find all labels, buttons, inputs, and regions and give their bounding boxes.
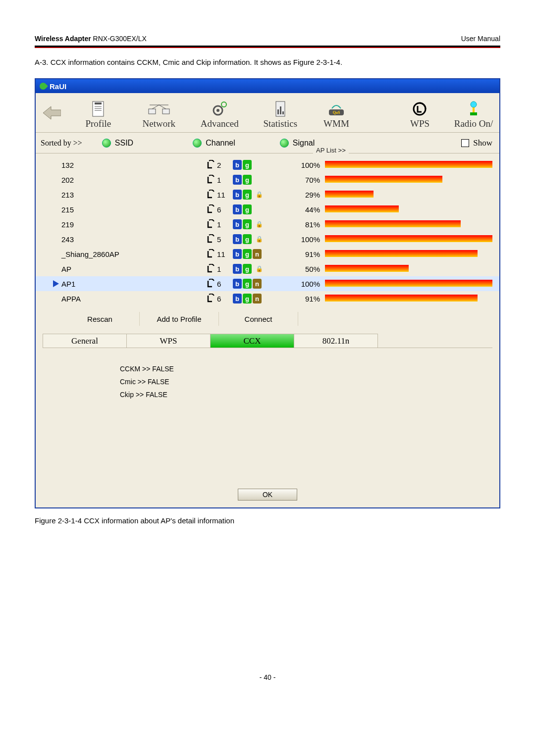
mode-badges: bg🔒 — [233, 219, 292, 229]
tab-wps[interactable]: WPS — [126, 334, 211, 348]
signal-cell: 81% — [292, 220, 325, 229]
back-arrow-icon — [43, 105, 61, 120]
signal-cell: 29% — [292, 191, 325, 199]
mode-badges: bg — [233, 175, 292, 185]
signal-bar — [325, 191, 492, 199]
tab-80211n[interactable]: 802.11n — [294, 334, 378, 348]
signal-cell: 70% — [292, 176, 325, 184]
ssid-cell: AP — [61, 265, 200, 273]
svg-marker-0 — [43, 106, 61, 119]
signal-cell: 100% — [292, 161, 325, 169]
section-description: A-3. CCX information contains CCKM, Cmic… — [35, 58, 500, 66]
mode-badges: bg🔒 — [233, 234, 292, 244]
main-toolbar: Profile Network Advanced Statistics — [36, 93, 499, 133]
channel-cell: 2 — [215, 161, 233, 169]
ok-row: OK — [36, 487, 499, 507]
channel-cell: 11 — [215, 191, 233, 199]
sort-row: Sorted by >> SSID Channel Signal Show AP… — [36, 133, 499, 153]
rescan-button[interactable]: Rescan — [60, 312, 140, 326]
mode-badges: bg — [233, 204, 292, 214]
toolbar-advanced[interactable]: Advanced — [189, 93, 250, 132]
channel-icon — [200, 175, 215, 185]
mode-badges: bgn — [233, 294, 292, 303]
svg-rect-6 — [149, 109, 156, 114]
signal-cell: 50% — [292, 265, 325, 273]
channel-icon — [200, 219, 215, 229]
cmic-value: Cmic >> FALSE — [120, 378, 499, 386]
ap-row[interactable]: 2435bg🔒100% — [36, 232, 499, 247]
ssid-cell: 243 — [61, 235, 200, 244]
svg-line-8 — [152, 105, 159, 109]
ap-row[interactable]: 2021bg70% — [36, 172, 499, 187]
channel-cell: 11 — [215, 250, 233, 258]
ssid-cell: 202 — [61, 176, 200, 184]
checkbox-icon — [461, 139, 469, 147]
ssid-cell: 132 — [61, 161, 200, 169]
ok-button[interactable]: OK — [238, 489, 297, 501]
signal-bar — [325, 235, 492, 243]
network-icon — [147, 100, 171, 118]
toolbar-wps[interactable]: WPS — [392, 93, 448, 132]
raui-window: RaUI Profile Network — [35, 78, 500, 508]
add-to-profile-button[interactable]: Add to Profile — [140, 312, 219, 326]
channel-icon — [200, 190, 215, 200]
back-button[interactable] — [36, 93, 68, 132]
profile-icon — [91, 100, 106, 118]
channel-icon — [200, 264, 215, 274]
lock-icon: 🔒 — [256, 221, 263, 228]
mode-badges: bgn — [233, 279, 292, 289]
channel-cell: 5 — [215, 235, 233, 244]
ssid-cell: 213 — [61, 191, 200, 199]
channel-cell: 6 — [215, 280, 233, 288]
ap-row[interactable]: AP1bg🔒50% — [36, 261, 499, 276]
signal-bar — [325, 265, 492, 273]
sort-channel[interactable]: Channel — [193, 139, 235, 148]
sort-ssid[interactable]: SSID — [102, 139, 133, 148]
svg-rect-16 — [280, 106, 281, 114]
doc-title: Wireless Adapter RNX-G300EX/LX — [35, 35, 147, 43]
channel-cell: 6 — [215, 295, 233, 303]
ssid-cell: 215 — [61, 205, 200, 214]
toolbar-profile[interactable]: Profile — [68, 93, 128, 132]
svg-rect-7 — [162, 109, 169, 114]
channel-cell: 6 — [215, 205, 233, 214]
action-buttons: Rescan Add to Profile Connect — [36, 309, 499, 331]
radio-icon — [193, 139, 202, 148]
ap-row[interactable]: 1322bg100% — [36, 157, 499, 172]
channel-icon — [200, 249, 215, 259]
toolbar-network[interactable]: Network — [129, 93, 189, 132]
channel-icon — [200, 204, 215, 214]
svg-rect-23 — [470, 112, 477, 115]
ssid-cell: AP1 — [61, 280, 200, 288]
ap-row[interactable]: APPA6bgn91% — [36, 291, 499, 306]
svg-rect-17 — [282, 111, 284, 114]
radio-icon — [280, 139, 289, 148]
channel-cell: 1 — [215, 220, 233, 229]
ap-row[interactable]: 21311bg🔒29% — [36, 187, 499, 202]
channel-icon — [200, 160, 215, 170]
red-rule — [35, 47, 500, 48]
page-number: - 40 - — [35, 673, 500, 681]
tab-ccx[interactable]: CCX — [210, 334, 294, 348]
signal-cell: 100% — [292, 280, 325, 288]
svg-rect-2 — [95, 102, 102, 104]
ap-row[interactable]: 2156bg44% — [36, 202, 499, 217]
show-checkbox[interactable]: Show — [461, 138, 492, 148]
toolbar-radio[interactable]: Radio On/ — [448, 93, 499, 132]
toolbar-wmm[interactable]: QoS WMM — [311, 93, 362, 132]
ap-row[interactable]: _Shiang_2860AP11bgn91% — [36, 247, 499, 261]
ap-list: 1322bg100%2021bg70%21311bg🔒29%2156bg44%2… — [36, 153, 499, 309]
signal-bar — [325, 220, 492, 228]
signal-bar — [325, 295, 492, 302]
signal-bar — [325, 176, 492, 184]
channel-cell: 1 — [215, 265, 233, 273]
ap-row[interactable]: AP16bgn100% — [36, 276, 499, 291]
ap-row[interactable]: 2191bg🔒81% — [36, 217, 499, 232]
svg-text:QoS: QoS — [333, 110, 340, 115]
tab-general[interactable]: General — [43, 334, 127, 348]
detail-tabs: General WPS CCX 802.11n — [43, 334, 492, 348]
connect-button[interactable]: Connect — [219, 312, 298, 326]
sort-signal[interactable]: Signal — [280, 139, 315, 148]
toolbar-statistics[interactable]: Statistics — [250, 93, 311, 132]
svg-line-9 — [159, 105, 166, 109]
